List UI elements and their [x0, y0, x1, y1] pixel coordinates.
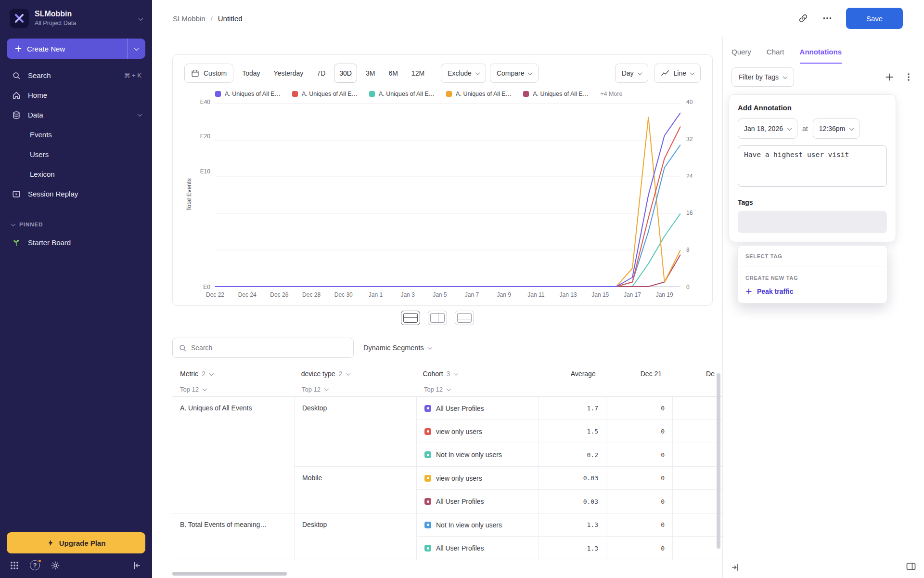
preset-yesterday[interactable]: Yesterday — [269, 64, 308, 83]
workspace-info: SLMobbin All Project Data — [35, 10, 76, 26]
sidebar-item-search[interactable]: Search ⌘ + K — [0, 66, 152, 85]
custom-date-button[interactable]: Custom — [184, 64, 233, 83]
metric-cell[interactable]: A. Uniques of All Events — [172, 397, 294, 513]
average-value: 1.7 — [539, 397, 606, 420]
legend-label: A. Uniques of All E… — [456, 91, 512, 97]
collapse-sidebar-icon[interactable] — [132, 561, 141, 570]
sidebar-item-events[interactable]: Events — [0, 125, 152, 144]
select-tag-header: SELECT TAG — [738, 246, 887, 266]
tab-chart[interactable]: Chart — [767, 46, 784, 64]
annotation-text-input[interactable]: Have a highest user visit — [738, 145, 887, 187]
exclude-dropdown[interactable]: Exclude — [441, 64, 486, 83]
preset-3m[interactable]: 3M — [361, 64, 380, 83]
compare-label: Compare — [497, 69, 525, 77]
chart-type-dropdown[interactable]: Line — [654, 64, 701, 83]
left-axis-label: E20 — [200, 133, 210, 140]
filter-by-tags-dropdown[interactable]: Filter by Tags — [732, 67, 794, 87]
device-top12-filter[interactable]: Top 12 — [294, 386, 416, 393]
table-row[interactable]: view only users 1.5 0 — [417, 420, 722, 443]
interval-dropdown[interactable]: Day — [615, 64, 648, 83]
x-axis-label: Jan 15 — [591, 291, 609, 298]
notification-dot — [38, 559, 42, 563]
filter-by-tags-label: Filter by Tags — [739, 73, 779, 81]
column-header-device-type[interactable]: device type2 — [294, 370, 415, 378]
create-new-menu-toggle[interactable] — [127, 39, 145, 59]
breadcrumb-page-title[interactable]: Untitled — [218, 14, 243, 23]
sidebar-item-lexicon[interactable]: Lexicon — [0, 164, 152, 184]
metric-cell[interactable]: B. Total Events of meaning… — [172, 513, 294, 560]
gear-icon[interactable] — [51, 561, 60, 570]
legend-item[interactable]: A. Uniques of All E… — [446, 91, 512, 97]
device-group: Mobile view only users 0.03 0 — [294, 467, 722, 513]
cohort-top12-filter[interactable]: Top 12 — [416, 386, 538, 393]
kebab-menu-icon[interactable] — [904, 72, 913, 82]
table-row[interactable]: All User Profiles 1.7 0 — [417, 397, 722, 420]
legend-more[interactable]: +4 More — [600, 91, 622, 97]
main-report-area: Custom Today Yesterday 7D 30D 3M 6M 12M … — [152, 37, 723, 578]
tab-annotations[interactable]: Annotations — [800, 46, 842, 64]
average-value: 1.3 — [539, 537, 606, 560]
side-panel-toggle-icon[interactable] — [906, 562, 916, 571]
layout-bottom-button[interactable] — [455, 311, 474, 325]
create-tag-option[interactable]: Peak traffic — [738, 284, 887, 303]
legend-item[interactable]: A. Uniques of All E… — [369, 91, 435, 97]
copy-link-icon[interactable] — [798, 13, 808, 24]
sidebar-item-starter-board[interactable]: Starter Board — [0, 233, 152, 252]
help-icon[interactable]: ? — [30, 560, 40, 570]
sidebar-item-session-replay[interactable]: Session Replay — [0, 184, 152, 204]
column-header-average[interactable]: Average — [536, 370, 603, 378]
vertical-scrollbar[interactable] — [717, 373, 720, 549]
toolbar-right-group: Day Line — [615, 64, 701, 83]
column-header-metric[interactable]: Metric2 — [172, 370, 294, 378]
column-header-cohort[interactable]: Cohort3 — [415, 370, 537, 378]
table-controls: Dynamic Segments — [172, 338, 722, 358]
chevron-down-icon — [138, 113, 141, 117]
column-header-dec21[interactable]: Dec 21 — [603, 370, 669, 378]
legend-item[interactable]: A. Uniques of All E… — [215, 91, 281, 97]
save-button[interactable]: Save — [846, 8, 903, 29]
apps-grid-icon[interactable] — [10, 561, 19, 570]
add-annotation-icon[interactable] — [885, 72, 894, 82]
collapse-panel-icon[interactable] — [731, 563, 740, 572]
metric-top12-filter[interactable]: Top 12 — [172, 386, 294, 393]
sidebar-item-users[interactable]: Users — [0, 144, 152, 164]
table-row[interactable]: Not In view only users 1.3 0 — [417, 513, 722, 537]
upgrade-plan-button[interactable]: Upgrade Plan — [7, 532, 145, 553]
table-row[interactable]: All User Profiles 1.3 0 — [417, 537, 722, 560]
topbar: SLMobbin / Untitled Save — [152, 0, 924, 37]
device-cell[interactable]: Desktop — [294, 397, 416, 466]
create-new-button[interactable]: Create New — [7, 39, 145, 59]
sidebar-item-data[interactable]: Data — [0, 105, 152, 125]
horizontal-scrollbar[interactable] — [172, 572, 287, 576]
annotation-time-dropdown[interactable]: 12:36pm — [813, 118, 860, 139]
preset-30d[interactable]: 30D — [334, 64, 357, 83]
legend-item[interactable]: A. Uniques of All E… — [523, 91, 589, 97]
breadcrumb-workspace[interactable]: SLMobbin — [173, 14, 205, 23]
table-row[interactable]: All User Profiles 0.03 0 — [417, 490, 722, 513]
more-options-icon[interactable] — [822, 13, 833, 24]
device-cell[interactable]: Desktop — [294, 513, 416, 560]
sidebar-item-home[interactable]: Home — [0, 85, 152, 105]
preset-12m[interactable]: 12M — [407, 64, 429, 83]
search-input[interactable] — [191, 344, 347, 352]
tab-query[interactable]: Query — [732, 46, 751, 64]
cohort-label: Not In view only users — [436, 521, 502, 529]
preset-7d[interactable]: 7D — [312, 64, 330, 83]
legend-swatch — [446, 91, 452, 97]
pinned-section-toggle[interactable]: PINNED — [0, 216, 152, 233]
device-cell[interactable]: Mobile — [294, 467, 416, 513]
dynamic-segments-dropdown[interactable]: Dynamic Segments — [363, 344, 432, 352]
table-row[interactable]: view only users 0.03 0 — [417, 467, 722, 490]
layout-side-button[interactable] — [428, 311, 447, 325]
compare-dropdown[interactable]: Compare — [490, 64, 539, 83]
workspace-switcher[interactable]: SLMobbin All Project Data — [0, 0, 152, 32]
preset-6m[interactable]: 6M — [384, 64, 402, 83]
left-axis: E40E20E10E0 — [194, 102, 215, 287]
legend-item[interactable]: A. Uniques of All E… — [292, 91, 358, 97]
table-row[interactable]: Not In view only users 0.2 0 — [417, 443, 722, 466]
cohort-color-icon — [424, 451, 431, 458]
annotation-date-dropdown[interactable]: Jan 18, 2026 — [738, 118, 797, 139]
layout-rows-button[interactable] — [401, 311, 420, 325]
tags-input[interactable] — [738, 211, 887, 233]
preset-today[interactable]: Today — [237, 64, 265, 83]
